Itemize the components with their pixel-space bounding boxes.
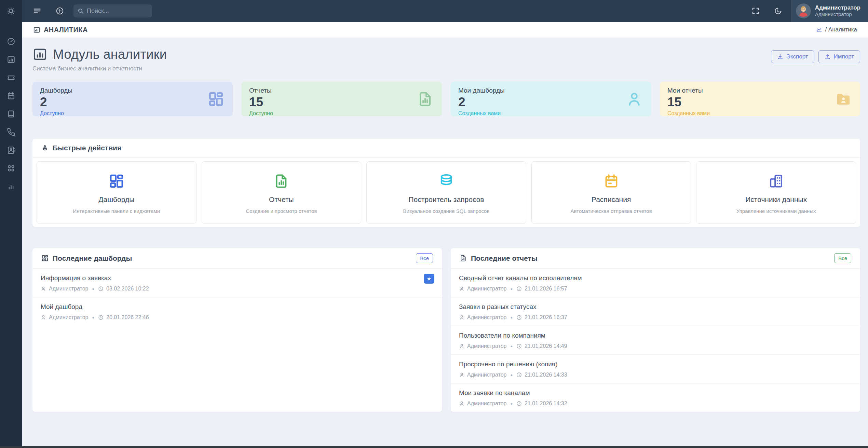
item-author: Администратор — [467, 343, 506, 349]
recent-reports-panel: Последние отчеты Все Сводный отчет канал… — [451, 248, 860, 412]
report-item[interactable]: Пользователи по компаниям Администратор … — [451, 326, 860, 354]
grid-icon — [208, 91, 224, 107]
export-button[interactable]: Экспорт — [771, 50, 814, 63]
stat-card-my-reports[interactable]: Мои отчеты 15 Созданных вами — [660, 82, 860, 116]
stat-sub: Созданных вами — [667, 110, 853, 117]
moon-icon[interactable] — [771, 3, 786, 18]
action-desc: Интерактивные панели с виджетами — [41, 208, 192, 214]
contacts-icon[interactable] — [0, 141, 22, 159]
item-date: 21.01.2026 14:49 — [525, 343, 567, 349]
item-date: 03.02.2026 10:22 — [106, 286, 149, 292]
report-item[interactable]: Просрочено по решению (копия) Администра… — [451, 354, 860, 383]
person-icon — [459, 343, 464, 349]
stat-card-dashboards[interactable]: Дашборды 2 Доступно — [32, 82, 233, 116]
report-item[interactable]: Заявки в разных статусах Администратор ●… — [451, 297, 860, 326]
module-header: АНАЛИТИКА / Аналитика — [22, 22, 868, 38]
person-icon — [41, 286, 46, 291]
item-title[interactable]: Сводный отчет каналы по исполнителям — [459, 274, 852, 282]
star-badge[interactable]: ★ — [424, 274, 434, 284]
grid-icon — [41, 255, 49, 262]
ticket-icon[interactable] — [0, 69, 22, 87]
file-chart-icon — [417, 91, 433, 107]
settings-icon[interactable] — [0, 0, 22, 22]
item-date: 21.01.2026 16:37 — [525, 314, 567, 321]
chart-line-icon — [816, 27, 823, 33]
clock-icon — [98, 286, 104, 291]
rocket-icon — [41, 145, 49, 152]
file-chart-icon — [273, 173, 289, 189]
dot-separator: ● — [509, 344, 514, 348]
stat-value: 15 — [667, 95, 853, 109]
apps-icon[interactable] — [0, 159, 22, 177]
item-title[interactable]: Информация о заявках — [41, 274, 434, 282]
stat-sub: Созданных вами — [458, 110, 643, 117]
report-item[interactable]: Сводный отчет каналы по исполнителям Адм… — [451, 269, 860, 297]
stat-card-my-dashboards[interactable]: Мои дашборды 2 Созданных вами — [451, 82, 651, 116]
analytics-module-icon — [32, 47, 48, 62]
module-title-wrap: АНАЛИТИКА — [33, 26, 88, 34]
calendar-icon[interactable] — [0, 87, 22, 105]
dashboard-item[interactable]: Мой дашборд Администратор ● 20.01.2026 2… — [32, 297, 442, 326]
import-button[interactable]: Импорт — [818, 50, 860, 63]
quick-actions-panel: Быстрые действия Дашборды Интерактивные … — [32, 139, 860, 227]
item-author: Администратор — [49, 286, 88, 292]
person-icon — [41, 315, 46, 320]
stat-label: Дашборды — [40, 87, 225, 94]
action-desc: Визуальное создание SQL запросов — [371, 208, 522, 214]
action-schedules[interactable]: Расписания Автоматическая отправка отчет… — [531, 161, 691, 224]
item-title[interactable]: Просрочено по решению (копия) — [459, 361, 852, 368]
breadcrumb-label: / Аналитика — [825, 26, 857, 33]
item-date: 21.01.2026 14:32 — [525, 401, 567, 407]
action-dashboards[interactable]: Дашборды Интерактивные панели с виджетам… — [37, 161, 196, 224]
item-date: 20.01.2026 22:46 — [106, 314, 149, 321]
item-author: Администратор — [467, 314, 506, 321]
stat-label: Отчеты — [249, 87, 434, 94]
item-title[interactable]: Пользователи по компаниям — [459, 332, 852, 339]
all-dashboards-button[interactable]: Все — [416, 253, 433, 263]
stat-card-reports[interactable]: Отчеты 15 Доступно — [242, 82, 442, 116]
stat-value: 2 — [40, 95, 225, 109]
page-title: Модуль аналитики — [53, 47, 167, 62]
item-title[interactable]: Мой дашборд — [41, 303, 434, 311]
clock-icon — [516, 372, 522, 378]
page-content: Модуль аналитики Система бизнес-аналитик… — [22, 38, 868, 448]
export-label: Экспорт — [786, 53, 808, 60]
action-reports[interactable]: Отчеты Создание и просмотр отчетов — [202, 161, 362, 224]
user-name: Администратор — [815, 4, 860, 11]
grid-icon — [109, 173, 124, 189]
report-item[interactable]: Мои заявки по каналам Администратор ● 21… — [451, 383, 860, 412]
knowledge-base-icon[interactable] — [0, 105, 22, 123]
item-title[interactable]: Заявки в разных статусах — [459, 303, 852, 311]
search-box — [73, 4, 152, 17]
search-input[interactable] — [87, 8, 148, 15]
action-query-builder[interactable]: Построитель запросов Визуальное создание… — [366, 161, 526, 224]
analytics-icon[interactable] — [0, 51, 22, 69]
dashboard-item[interactable]: Информация о заявках Администратор ● 03.… — [32, 269, 442, 297]
clock-icon — [516, 343, 522, 349]
analytics-icon — [33, 26, 40, 33]
action-label: Построитель запросов — [371, 195, 522, 204]
plus-circle-icon[interactable] — [52, 3, 67, 18]
page-subtitle: Система бизнес-аналитики и отчетности — [32, 65, 167, 72]
upload-icon — [825, 54, 831, 60]
clock-icon — [98, 315, 104, 320]
item-title[interactable]: Мои заявки по каналам — [459, 389, 852, 397]
reports-icon[interactable] — [0, 177, 22, 195]
action-label: Источники данных — [701, 195, 852, 204]
breadcrumb[interactable]: / Аналитика — [816, 26, 857, 33]
menu-icon[interactable] — [30, 3, 45, 18]
user-menu[interactable]: Администратор Администратор — [791, 0, 868, 22]
calendar-icon — [603, 173, 619, 189]
fullscreen-icon[interactable] — [748, 3, 763, 18]
person-icon — [459, 401, 464, 406]
all-reports-button[interactable]: Все — [834, 253, 851, 263]
search-icon — [78, 8, 84, 14]
sidebar — [0, 0, 22, 448]
stat-cards: Дашборды 2 Доступно Отчеты 15 Доступно М… — [32, 82, 860, 116]
action-data-sources[interactable]: Источники данных Управление источниками … — [696, 161, 856, 224]
gauge-icon[interactable] — [0, 32, 22, 51]
stat-value: 15 — [249, 95, 434, 109]
person-icon — [459, 372, 464, 378]
window-edge — [0, 446, 868, 448]
calls-icon[interactable] — [0, 123, 22, 141]
